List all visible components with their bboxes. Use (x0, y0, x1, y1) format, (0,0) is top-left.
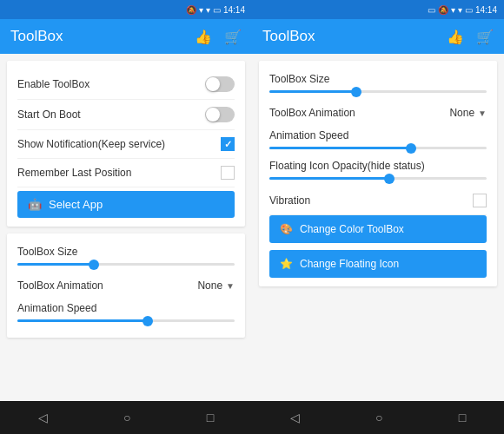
right-size-fill (269, 90, 356, 93)
change-color-icon: 🎨 (280, 223, 293, 235)
left-like-icon[interactable]: 👍 (195, 29, 212, 45)
right-animation-value: None (449, 107, 474, 119)
right-speed-slider-section: Animation Speed (269, 126, 487, 156)
right-header-title: ToolBox (262, 28, 315, 45)
right-animation-label: ToolBox Animation (269, 107, 355, 119)
right-speed-track[interactable] (269, 147, 487, 149)
right-wifi-icon: ▾ (451, 5, 455, 15)
right-recent-icon[interactable]: □ (459, 411, 466, 424)
left-speed-thumb[interactable] (143, 316, 153, 326)
wifi-icon: ▾ (199, 5, 203, 15)
left-content: Enable ToolBox Start On Boot Show Notifi… (0, 54, 252, 401)
right-animation-row: ToolBox Animation None ▼ (269, 100, 487, 126)
right-like-icon[interactable]: 👍 (447, 29, 464, 45)
left-cart-icon[interactable]: 🛒 (224, 29, 242, 45)
right-speed-fill (269, 147, 411, 149)
right-screen: ▭ 🔕 ▾ ▾ ▭ 14:14 ToolBox 👍 🛒 ToolBox Size (252, 0, 504, 434)
left-animation-value: None (197, 279, 222, 292)
right-content: ToolBox Size ToolBox Animation None ▼ An… (252, 54, 504, 401)
right-signal-icon: ▾ (458, 5, 462, 15)
right-animation-dropdown-arrow: ▼ (478, 108, 487, 118)
vibration-row: Vibration (269, 187, 487, 215)
right-size-label: ToolBox Size (269, 73, 487, 85)
right-card: ToolBox Size ToolBox Animation None ▼ An… (259, 61, 497, 286)
vibration-checkbox[interactable] (473, 194, 487, 207)
left-bottom-nav: ◁ ○ □ (0, 401, 252, 434)
right-size-slider-section: ToolBox Size (269, 69, 487, 100)
left-size-label: ToolBox Size (17, 246, 235, 258)
right-size-thumb[interactable] (351, 87, 361, 97)
start-on-boot-label: Start On Boot (17, 108, 81, 121)
left-settings-card: Enable ToolBox Start On Boot Show Notifi… (7, 61, 245, 227)
start-toggle-thumb (206, 108, 220, 122)
right-opacity-track[interactable] (269, 177, 487, 180)
enable-toolbox-row: Enable ToolBox (17, 69, 235, 100)
left-status-icons: 🔕 ▾ ▾ ▭ 14:14 (186, 5, 245, 15)
left-screen: 🔕 ▾ ▾ ▭ 14:14 ToolBox 👍 🛒 Enable ToolBox… (0, 0, 252, 434)
right-animation-select[interactable]: None ▼ (449, 107, 487, 119)
right-screen-icon: ▭ (428, 5, 435, 15)
change-floating-icon: ⭐ (280, 258, 293, 270)
show-notification-label: Show Notification(Keep service) (17, 138, 165, 150)
left-size-fill (17, 263, 94, 266)
left-header-actions: 👍 🛒 (195, 29, 242, 45)
left-back-icon[interactable]: ◁ (38, 411, 48, 424)
right-home-icon[interactable]: ○ (375, 411, 382, 424)
battery-icon: ▭ (213, 5, 221, 15)
remember-position-checkbox[interactable] (221, 166, 235, 180)
enable-toolbox-label: Enable ToolBox (17, 78, 90, 90)
change-floating-button[interactable]: ⭐ Change Floating Icon (269, 250, 487, 278)
show-notification-checkbox[interactable] (221, 137, 235, 151)
right-header-actions: 👍 🛒 (447, 29, 494, 45)
left-sliders-card: ToolBox Size ToolBox Animation None ▼ An… (7, 233, 245, 338)
select-app-label: Select App (49, 198, 103, 211)
right-speed-thumb[interactable] (406, 143, 416, 154)
left-speed-fill (17, 319, 148, 322)
remember-position-label: Remember Last Position (17, 167, 131, 179)
right-opacity-thumb[interactable] (384, 174, 395, 184)
right-time: 14:14 (475, 5, 497, 15)
right-opacity-slider-section: Floating Icon Opacity(hide status) (269, 156, 487, 187)
left-speed-slider-section: Animation Speed (17, 299, 235, 329)
left-header-title: ToolBox (10, 28, 63, 45)
left-speed-track[interactable] (17, 319, 235, 322)
right-cart-icon[interactable]: 🛒 (476, 29, 494, 45)
right-opacity-label: Floating Icon Opacity(hide status) (269, 160, 487, 172)
left-app-header: ToolBox 👍 🛒 (0, 19, 252, 54)
change-color-label: Change Color ToolBox (300, 223, 404, 235)
right-opacity-fill (269, 177, 389, 180)
right-app-header: ToolBox 👍 🛒 (252, 19, 504, 54)
left-animation-label: ToolBox Animation (17, 279, 103, 292)
select-app-button[interactable]: 🤖 Select App (17, 191, 235, 218)
left-animation-select[interactable]: None ▼ (197, 279, 235, 292)
enable-toolbox-toggle[interactable] (205, 76, 235, 92)
right-back-icon[interactable]: ◁ (290, 411, 300, 424)
left-size-track[interactable] (17, 263, 235, 266)
right-bottom-nav: ◁ ○ □ (252, 401, 504, 434)
start-on-boot-toggle[interactable] (205, 107, 235, 122)
left-size-thumb[interactable] (89, 260, 99, 270)
mute-icon: 🔕 (186, 5, 196, 15)
right-size-track[interactable] (269, 90, 487, 93)
right-battery-icon: ▭ (465, 5, 473, 15)
change-floating-label: Change Floating Icon (300, 258, 399, 270)
enable-toggle-thumb (206, 77, 220, 91)
left-animation-dropdown-arrow: ▼ (226, 281, 235, 291)
show-notification-row: Show Notification(Keep service) (17, 130, 235, 159)
left-animation-row: ToolBox Animation None ▼ (17, 273, 235, 299)
signal-icon: ▾ (206, 5, 210, 15)
left-speed-label: Animation Speed (17, 302, 235, 314)
change-color-button[interactable]: 🎨 Change Color ToolBox (269, 215, 487, 243)
start-on-boot-row: Start On Boot (17, 100, 235, 130)
left-home-icon[interactable]: ○ (123, 411, 130, 424)
remember-position-row: Remember Last Position (17, 159, 235, 187)
left-status-bar: 🔕 ▾ ▾ ▭ 14:14 (0, 0, 252, 19)
right-mute-icon: 🔕 (438, 5, 448, 15)
right-status-icons: ▭ 🔕 ▾ ▾ ▭ 14:14 (428, 5, 497, 15)
left-time: 14:14 (223, 5, 245, 15)
left-recent-icon[interactable]: □ (207, 411, 214, 424)
right-speed-label: Animation Speed (269, 129, 487, 141)
select-app-robot-icon: 🤖 (28, 198, 42, 211)
right-status-bar: ▭ 🔕 ▾ ▾ ▭ 14:14 (252, 0, 504, 19)
left-size-slider-section: ToolBox Size (17, 242, 235, 273)
